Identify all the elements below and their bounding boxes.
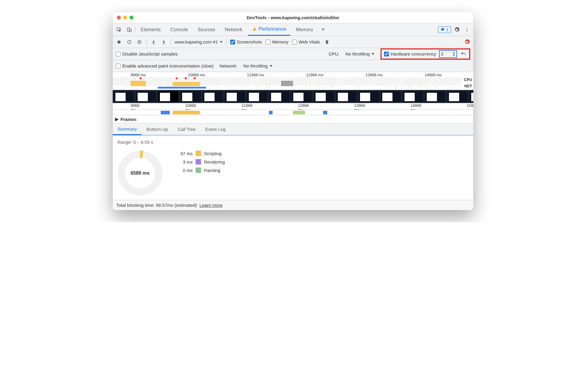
summary-donut-chart: 6589 ms	[118, 151, 163, 196]
long-task-marker	[194, 77, 196, 79]
more-tabs-icon[interactable]	[319, 25, 328, 34]
legend-swatch	[196, 151, 201, 156]
tab-label: Elements	[141, 27, 161, 32]
network-request[interactable]	[323, 111, 327, 114]
tab-sources[interactable]: Sources	[193, 23, 219, 36]
screenshot-thumb[interactable]	[291, 91, 312, 102]
svg-rect-10	[152, 44, 155, 44]
upload-icon[interactable]	[150, 39, 157, 45]
tick-label: 13968 ms	[365, 73, 383, 77]
webvitals-checkbox[interactable]: Web Vitals	[292, 39, 320, 44]
screenshot-thumb[interactable]	[158, 91, 179, 102]
cpu-throttle-dropdown[interactable]: No throttling	[345, 51, 374, 56]
screenshot-thumb[interactable]	[136, 91, 157, 102]
checkbox-label: Enable advanced paint instrumentation (s…	[122, 63, 214, 68]
warning-icon	[252, 27, 257, 32]
screenshot-thumb[interactable]	[336, 91, 357, 102]
kebab-menu-icon[interactable]	[462, 25, 472, 34]
undo-icon[interactable]	[460, 51, 467, 57]
tick-label: 9968 ms	[131, 73, 146, 77]
minimize-window-button[interactable]	[123, 16, 127, 20]
screenshot-thumb[interactable]	[313, 91, 334, 102]
download-icon[interactable]	[160, 39, 167, 45]
detail-tabs: Summary Bottom-Up Call Tree Event Log	[113, 123, 473, 135]
close-window-button[interactable]	[117, 16, 121, 20]
tab-label: Network	[225, 27, 243, 32]
device-toggle-icon[interactable]	[125, 25, 134, 34]
settings-icon[interactable]	[452, 25, 461, 34]
network-throttle-dropdown[interactable]: No throttling	[243, 63, 273, 68]
screenshot-thumb[interactable]	[202, 91, 223, 102]
expand-icon: ▶	[115, 116, 119, 122]
flamechart-ruler: 9968 ms 10968 ms 11968 ms 12968 ms 13968…	[113, 103, 473, 110]
tab-label: Sources	[197, 27, 215, 32]
stepper-icon[interactable]: ▲▼	[453, 51, 455, 57]
screenshots-checkbox-input[interactable]	[230, 40, 235, 44]
inspect-icon[interactable]	[114, 25, 124, 34]
tick-label: 10968 ms	[188, 73, 205, 77]
messages-count: 1	[446, 27, 448, 32]
legend-row: 3 ms Rendering	[175, 159, 225, 164]
network-request[interactable]	[293, 111, 305, 114]
summary-legend: 97 ms Scripting 3 ms Rendering 0 ms Pain…	[175, 151, 225, 173]
screenshot-thumb[interactable]	[180, 91, 201, 102]
memory-checkbox[interactable]: Memory	[266, 39, 288, 44]
paint-instrumentation-checkbox-input[interactable]	[116, 64, 121, 68]
svg-rect-12	[325, 40, 329, 41]
messages-badge[interactable]: 1	[438, 26, 451, 33]
separator	[135, 26, 135, 33]
reload-record-button[interactable]	[126, 39, 133, 45]
frames-track-header[interactable]: ▶ Frames	[113, 115, 473, 123]
capture-settings-icon[interactable]	[464, 39, 470, 45]
donut-total: 6589 ms	[125, 158, 155, 188]
maximize-window-button[interactable]	[130, 16, 133, 20]
screenshot-thumb[interactable]	[269, 91, 290, 102]
webvitals-checkbox-input[interactable]	[292, 40, 297, 44]
network-label: Network:	[220, 63, 237, 68]
screenshot-thumb[interactable]	[447, 91, 468, 102]
clear-button[interactable]	[136, 39, 143, 45]
screenshot-thumb[interactable]	[402, 91, 423, 102]
target-dropdown[interactable]: www.kapwing.com #1	[175, 39, 223, 44]
tab-event-log[interactable]: Event Log	[200, 123, 230, 135]
svg-rect-13	[326, 40, 328, 40]
tab-bottom-up[interactable]: Bottom-Up	[142, 123, 173, 135]
tab-console[interactable]: Console	[166, 23, 192, 36]
paint-instrumentation-checkbox[interactable]: Enable advanced paint instrumentation (s…	[116, 63, 214, 68]
record-button[interactable]	[116, 39, 122, 45]
screenshot-thumb[interactable]	[358, 91, 379, 102]
tab-elements[interactable]: Elements	[136, 23, 165, 36]
net-track-label: NET	[464, 83, 472, 89]
tab-call-tree[interactable]: Call Tree	[173, 123, 200, 135]
tab-performance[interactable]: Performance	[248, 23, 291, 36]
delete-icon[interactable]	[324, 39, 330, 45]
screenshot-thumb[interactable]	[380, 91, 401, 102]
svg-point-6	[467, 29, 468, 30]
screenshot-thumb[interactable]	[224, 91, 246, 102]
tab-summary[interactable]: Summary	[113, 123, 142, 135]
hw-concurrency-checkbox-input[interactable]	[384, 52, 389, 56]
svg-point-5	[467, 28, 468, 29]
screenshot-thumb[interactable]	[469, 91, 473, 102]
checkbox-label: Screenshots	[237, 39, 262, 44]
screenshot-thumb[interactable]	[113, 91, 134, 102]
network-track[interactable]	[113, 110, 473, 115]
network-request[interactable]	[161, 111, 170, 114]
hw-concurrency-input[interactable]: 3 ▲▼	[439, 50, 457, 58]
timeline-overview[interactable]: 9968 ms 10968 ms 11968 ms 12968 ms 13968…	[113, 72, 473, 90]
screenshot-filmstrip[interactable]	[113, 90, 473, 103]
tab-network[interactable]: Network	[221, 23, 247, 36]
screenshot-thumb[interactable]	[425, 91, 446, 102]
disable-js-checkbox[interactable]: Disable JavaScript samples	[116, 51, 178, 56]
network-value: No throttling	[243, 63, 268, 68]
screenshot-thumb[interactable]	[247, 91, 268, 102]
learn-more-link[interactable]: Learn more	[200, 203, 223, 208]
screenshots-checkbox[interactable]: Screenshots	[230, 39, 262, 44]
legend-label: Scripting	[204, 151, 221, 156]
disable-js-checkbox-input[interactable]	[116, 52, 121, 56]
memory-checkbox-input[interactable]	[266, 40, 270, 44]
hw-concurrency-checkbox[interactable]: Hardware concurrency	[384, 51, 436, 56]
network-request[interactable]	[269, 111, 273, 114]
network-request[interactable]	[173, 111, 200, 114]
tab-memory[interactable]: Memory	[291, 23, 317, 36]
